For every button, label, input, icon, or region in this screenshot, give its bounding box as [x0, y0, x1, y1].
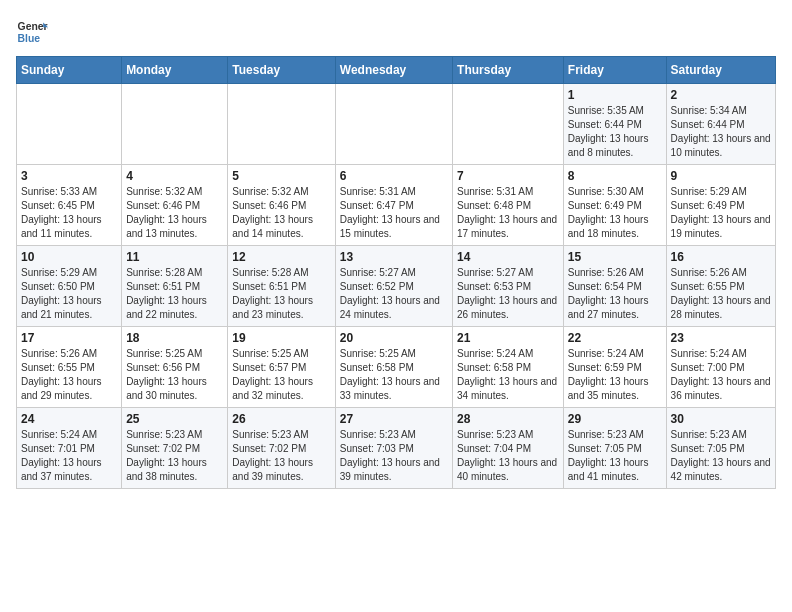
day-number: 17 [21, 331, 117, 345]
day-info: Sunrise: 5:24 AM Sunset: 6:59 PM Dayligh… [568, 347, 662, 403]
calendar-cell [228, 84, 335, 165]
weekday-header: Thursday [453, 57, 564, 84]
calendar-week-row: 17Sunrise: 5:26 AM Sunset: 6:55 PM Dayli… [17, 327, 776, 408]
day-number: 28 [457, 412, 559, 426]
weekday-header: Monday [122, 57, 228, 84]
page-header: General Blue [16, 16, 776, 48]
day-info: Sunrise: 5:31 AM Sunset: 6:47 PM Dayligh… [340, 185, 448, 241]
calendar-cell [17, 84, 122, 165]
weekday-header: Friday [563, 57, 666, 84]
day-number: 25 [126, 412, 223, 426]
day-info: Sunrise: 5:26 AM Sunset: 6:54 PM Dayligh… [568, 266, 662, 322]
day-number: 7 [457, 169, 559, 183]
day-number: 15 [568, 250, 662, 264]
calendar-week-row: 24Sunrise: 5:24 AM Sunset: 7:01 PM Dayli… [17, 408, 776, 489]
calendar-cell: 28Sunrise: 5:23 AM Sunset: 7:04 PM Dayli… [453, 408, 564, 489]
day-number: 12 [232, 250, 330, 264]
calendar-cell: 29Sunrise: 5:23 AM Sunset: 7:05 PM Dayli… [563, 408, 666, 489]
calendar-week-row: 10Sunrise: 5:29 AM Sunset: 6:50 PM Dayli… [17, 246, 776, 327]
day-number: 27 [340, 412, 448, 426]
weekday-header: Tuesday [228, 57, 335, 84]
day-number: 19 [232, 331, 330, 345]
weekday-header: Sunday [17, 57, 122, 84]
svg-text:Blue: Blue [18, 33, 41, 44]
day-info: Sunrise: 5:33 AM Sunset: 6:45 PM Dayligh… [21, 185, 117, 241]
calendar-cell: 30Sunrise: 5:23 AM Sunset: 7:05 PM Dayli… [666, 408, 775, 489]
day-info: Sunrise: 5:24 AM Sunset: 6:58 PM Dayligh… [457, 347, 559, 403]
day-number: 5 [232, 169, 330, 183]
calendar-cell: 14Sunrise: 5:27 AM Sunset: 6:53 PM Dayli… [453, 246, 564, 327]
day-number: 10 [21, 250, 117, 264]
calendar-cell: 18Sunrise: 5:25 AM Sunset: 6:56 PM Dayli… [122, 327, 228, 408]
day-info: Sunrise: 5:31 AM Sunset: 6:48 PM Dayligh… [457, 185, 559, 241]
day-number: 26 [232, 412, 330, 426]
calendar-cell: 24Sunrise: 5:24 AM Sunset: 7:01 PM Dayli… [17, 408, 122, 489]
logo: General Blue [16, 16, 48, 48]
day-info: Sunrise: 5:34 AM Sunset: 6:44 PM Dayligh… [671, 104, 771, 160]
calendar-cell: 10Sunrise: 5:29 AM Sunset: 6:50 PM Dayli… [17, 246, 122, 327]
calendar-cell: 26Sunrise: 5:23 AM Sunset: 7:02 PM Dayli… [228, 408, 335, 489]
day-info: Sunrise: 5:23 AM Sunset: 7:03 PM Dayligh… [340, 428, 448, 484]
day-info: Sunrise: 5:26 AM Sunset: 6:55 PM Dayligh… [671, 266, 771, 322]
calendar-cell: 6Sunrise: 5:31 AM Sunset: 6:47 PM Daylig… [335, 165, 452, 246]
day-info: Sunrise: 5:25 AM Sunset: 6:57 PM Dayligh… [232, 347, 330, 403]
calendar-cell: 9Sunrise: 5:29 AM Sunset: 6:49 PM Daylig… [666, 165, 775, 246]
calendar-week-row: 3Sunrise: 5:33 AM Sunset: 6:45 PM Daylig… [17, 165, 776, 246]
day-number: 23 [671, 331, 771, 345]
calendar-cell: 8Sunrise: 5:30 AM Sunset: 6:49 PM Daylig… [563, 165, 666, 246]
day-info: Sunrise: 5:27 AM Sunset: 6:53 PM Dayligh… [457, 266, 559, 322]
day-number: 11 [126, 250, 223, 264]
day-number: 18 [126, 331, 223, 345]
weekday-header: Saturday [666, 57, 775, 84]
day-info: Sunrise: 5:23 AM Sunset: 7:02 PM Dayligh… [232, 428, 330, 484]
calendar-cell: 16Sunrise: 5:26 AM Sunset: 6:55 PM Dayli… [666, 246, 775, 327]
weekday-header: Wednesday [335, 57, 452, 84]
day-number: 14 [457, 250, 559, 264]
day-info: Sunrise: 5:28 AM Sunset: 6:51 PM Dayligh… [232, 266, 330, 322]
calendar-cell: 20Sunrise: 5:25 AM Sunset: 6:58 PM Dayli… [335, 327, 452, 408]
calendar-cell: 3Sunrise: 5:33 AM Sunset: 6:45 PM Daylig… [17, 165, 122, 246]
calendar-cell: 5Sunrise: 5:32 AM Sunset: 6:46 PM Daylig… [228, 165, 335, 246]
calendar-cell [453, 84, 564, 165]
calendar-cell: 15Sunrise: 5:26 AM Sunset: 6:54 PM Dayli… [563, 246, 666, 327]
day-info: Sunrise: 5:32 AM Sunset: 6:46 PM Dayligh… [232, 185, 330, 241]
calendar-cell: 22Sunrise: 5:24 AM Sunset: 6:59 PM Dayli… [563, 327, 666, 408]
calendar-cell: 23Sunrise: 5:24 AM Sunset: 7:00 PM Dayli… [666, 327, 775, 408]
calendar-body: 1Sunrise: 5:35 AM Sunset: 6:44 PM Daylig… [17, 84, 776, 489]
day-number: 16 [671, 250, 771, 264]
day-number: 1 [568, 88, 662, 102]
day-number: 8 [568, 169, 662, 183]
day-number: 3 [21, 169, 117, 183]
day-info: Sunrise: 5:24 AM Sunset: 7:00 PM Dayligh… [671, 347, 771, 403]
day-info: Sunrise: 5:23 AM Sunset: 7:05 PM Dayligh… [568, 428, 662, 484]
day-info: Sunrise: 5:24 AM Sunset: 7:01 PM Dayligh… [21, 428, 117, 484]
day-info: Sunrise: 5:27 AM Sunset: 6:52 PM Dayligh… [340, 266, 448, 322]
day-info: Sunrise: 5:25 AM Sunset: 6:56 PM Dayligh… [126, 347, 223, 403]
header-row: SundayMondayTuesdayWednesdayThursdayFrid… [17, 57, 776, 84]
day-info: Sunrise: 5:28 AM Sunset: 6:51 PM Dayligh… [126, 266, 223, 322]
day-number: 6 [340, 169, 448, 183]
day-number: 30 [671, 412, 771, 426]
day-number: 4 [126, 169, 223, 183]
calendar-cell: 19Sunrise: 5:25 AM Sunset: 6:57 PM Dayli… [228, 327, 335, 408]
day-number: 24 [21, 412, 117, 426]
day-info: Sunrise: 5:29 AM Sunset: 6:50 PM Dayligh… [21, 266, 117, 322]
day-info: Sunrise: 5:32 AM Sunset: 6:46 PM Dayligh… [126, 185, 223, 241]
day-info: Sunrise: 5:26 AM Sunset: 6:55 PM Dayligh… [21, 347, 117, 403]
calendar-cell: 13Sunrise: 5:27 AM Sunset: 6:52 PM Dayli… [335, 246, 452, 327]
day-number: 21 [457, 331, 559, 345]
calendar-cell [335, 84, 452, 165]
calendar-cell: 2Sunrise: 5:34 AM Sunset: 6:44 PM Daylig… [666, 84, 775, 165]
day-number: 13 [340, 250, 448, 264]
calendar-header: SundayMondayTuesdayWednesdayThursdayFrid… [17, 57, 776, 84]
day-info: Sunrise: 5:23 AM Sunset: 7:04 PM Dayligh… [457, 428, 559, 484]
calendar-cell: 1Sunrise: 5:35 AM Sunset: 6:44 PM Daylig… [563, 84, 666, 165]
calendar-cell: 11Sunrise: 5:28 AM Sunset: 6:51 PM Dayli… [122, 246, 228, 327]
day-number: 2 [671, 88, 771, 102]
day-info: Sunrise: 5:35 AM Sunset: 6:44 PM Dayligh… [568, 104, 662, 160]
logo-icon: General Blue [16, 16, 48, 48]
day-number: 9 [671, 169, 771, 183]
day-number: 20 [340, 331, 448, 345]
day-number: 22 [568, 331, 662, 345]
calendar-cell: 7Sunrise: 5:31 AM Sunset: 6:48 PM Daylig… [453, 165, 564, 246]
